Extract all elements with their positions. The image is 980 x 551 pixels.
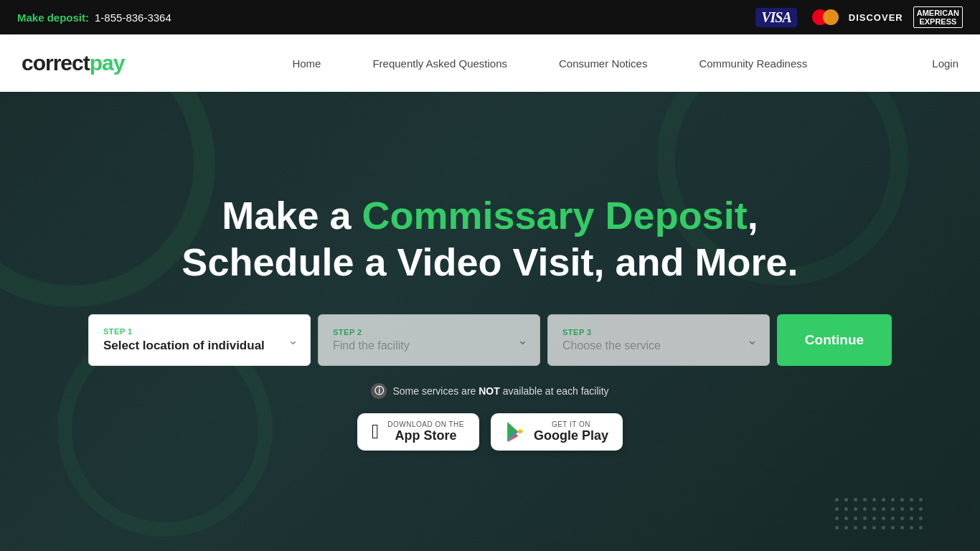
google-play-button[interactable]: GET IT ON Google Play — [491, 413, 623, 451]
notice-text-after: available at each facility — [500, 385, 609, 397]
payment-icons: VISA DISCOVER AMERICANEXPRESS — [755, 6, 963, 28]
notice-text-bold: NOT — [479, 385, 500, 397]
app-store-label-bottom: App Store — [387, 428, 464, 443]
step-3-chevron-icon: ⌄ — [747, 332, 758, 348]
logo-pay: pay — [90, 51, 125, 75]
nav-links: Home Frequently Asked Questions Consumer… — [167, 57, 932, 70]
navigation: correctpay Home Frequently Asked Questio… — [0, 34, 980, 92]
step-1-label: STEP 1 — [103, 327, 296, 336]
top-bar: Make deposit: 1-855-836-3364 VISA DISCOV… — [0, 0, 980, 34]
hero-title-part1: Make a — [222, 194, 362, 237]
step-3-label: STEP 3 — [562, 328, 755, 336]
notice-text-before: Some services are — [392, 385, 479, 397]
google-play-icon — [505, 422, 525, 442]
steps-row: STEP 1 Select location of individual ⌄ S… — [88, 314, 892, 366]
step-3-dropdown[interactable]: STEP 3 Choose the service ⌄ — [547, 314, 770, 366]
deco-dots: for(let i=0;i<40;i++) document.write('<d… — [835, 498, 923, 529]
phone-number: 1-855-836-3364 — [95, 11, 171, 24]
step-2-value: Find the facility — [333, 339, 525, 352]
step-1-dropdown[interactable]: STEP 1 Select location of individual ⌄ — [88, 314, 311, 366]
google-play-label-bottom: Google Play — [534, 428, 608, 443]
visa-icon: VISA — [755, 8, 797, 27]
deposit-label: Make deposit: — [17, 11, 89, 24]
hero-title-highlight: Commissary Deposit — [362, 194, 747, 237]
app-store-text: Download on the App Store — [387, 420, 464, 443]
logo-correct: correct — [22, 51, 90, 75]
google-play-label-top: GET IT ON — [534, 420, 608, 428]
notice-row: ⓘ Some services are NOT available at eac… — [371, 383, 608, 399]
step-2-chevron-icon: ⌄ — [517, 332, 528, 348]
mastercard-icon — [807, 9, 839, 25]
nav-consumer[interactable]: Consumer Notices — [533, 57, 673, 70]
google-play-text: GET IT ON Google Play — [534, 420, 608, 443]
step-2-label: STEP 2 — [333, 328, 525, 336]
step-1-chevron-icon: ⌄ — [288, 332, 298, 348]
app-store-button[interactable]:  Download on the App Store — [357, 413, 479, 451]
discover-icon: DISCOVER — [849, 12, 903, 23]
step-1-value: Select location of individual — [103, 339, 296, 353]
amex-icon: AMERICANEXPRESS — [913, 6, 963, 28]
nav-community[interactable]: Community Readiness — [673, 57, 833, 70]
nav-home[interactable]: Home — [266, 57, 347, 70]
apple-icon:  — [372, 420, 379, 443]
hero-title: Make a Commissary Deposit, Schedule a Vi… — [167, 192, 813, 286]
step-2-dropdown[interactable]: STEP 2 Find the facility ⌄ — [318, 314, 540, 366]
top-bar-contact: Make deposit: 1-855-836-3364 — [17, 11, 171, 24]
notice-icon: ⓘ — [371, 383, 387, 399]
hero-section: for(let i=0;i<40;i++) document.write('<d… — [0, 92, 980, 551]
logo[interactable]: correctpay — [22, 51, 124, 75]
step-3-value: Choose the service — [562, 339, 755, 352]
login-link[interactable]: Login — [932, 57, 958, 70]
notice-text: Some services are NOT available at each … — [392, 385, 608, 397]
continue-button[interactable]: Continue — [777, 314, 892, 366]
nav-faq[interactable]: Frequently Asked Questions — [347, 57, 533, 70]
app-store-label-top: Download on the — [387, 420, 464, 428]
app-buttons:  Download on the App Store GET IT ON Go… — [357, 413, 623, 451]
